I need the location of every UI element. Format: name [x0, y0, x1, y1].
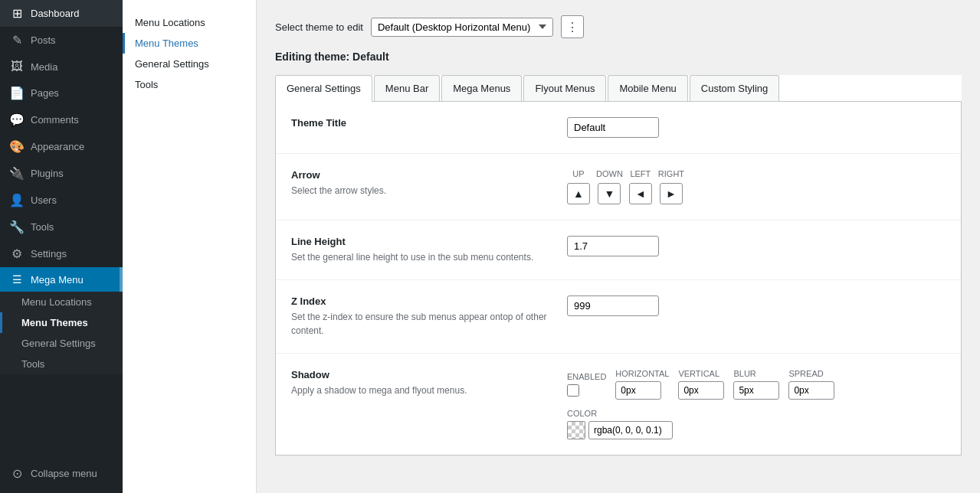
sidebar-sub-menu-themes[interactable]: Menu Themes	[0, 312, 123, 333]
arrow-left-button[interactable]: ◄	[629, 183, 652, 204]
arrow-controls: UP ▲ DOWN ▼ LEFT ◄ RIGHT	[567, 169, 946, 204]
setting-row-arrow: Arrow Select the arrow styles. UP ▲ DOWN…	[276, 154, 961, 220]
sub-nav-general-settings[interactable]: General Settings	[123, 54, 256, 74]
sidebar-item-media[interactable]: 🖼 Media	[0, 54, 123, 80]
sidebar-sub-tools[interactable]: Tools	[0, 354, 123, 374]
collapse-menu-label: Collapse menu	[31, 468, 97, 479]
tab-custom-styling[interactable]: Custom Styling	[690, 75, 779, 101]
shadow-color-text-input[interactable]	[588, 421, 673, 439]
arrow-down-button[interactable]: ▼	[598, 183, 621, 204]
sidebar-sub-general-settings[interactable]: General Settings	[0, 333, 123, 354]
theme-title-input[interactable]	[567, 117, 659, 138]
sidebar-item-users[interactable]: 👤 Users	[0, 187, 123, 214]
shadow-label-col: Shadow Apply a shadow to mega and flyout…	[291, 369, 552, 397]
sidebar-sub-menu-locations[interactable]: Menu Locations	[0, 292, 123, 312]
sidebar-item-pages[interactable]: 📄 Pages	[0, 80, 123, 106]
tab-mega-menus[interactable]: Mega Menus	[441, 75, 522, 101]
shadow-label: Shadow	[291, 369, 552, 380]
sidebar-item-label: Mega Menu	[31, 274, 84, 286]
shadow-color-input-row	[567, 421, 673, 439]
sidebar-item-comments[interactable]: 💬 Comments	[0, 106, 123, 133]
theme-select[interactable]: Default (Desktop Horizontal Menu)	[371, 18, 553, 37]
sidebar-item-plugins[interactable]: 🔌 Plugins	[0, 160, 123, 187]
sidebar-item-tools[interactable]: 🔧 Tools	[0, 214, 123, 240]
sidebar-item-settings[interactable]: ⚙ Settings	[0, 240, 123, 267]
shadow-spread-label: SPREAD	[788, 369, 834, 378]
tab-general-settings[interactable]: General Settings	[275, 75, 372, 102]
shadow-blur-label: BLUR	[733, 369, 779, 378]
shadow-color-group: COLOR	[567, 409, 673, 439]
sub-navigation: Menu Locations Menu Themes General Setti…	[123, 0, 257, 493]
shadow-enabled-checkbox[interactable]	[567, 384, 579, 397]
sidebar-item-label: Settings	[31, 248, 67, 260]
tab-menu-bar[interactable]: Menu Bar	[374, 75, 440, 101]
shadow-enabled-label: ENABLED	[567, 372, 606, 381]
line-height-label: Line Height	[291, 236, 552, 247]
shadow-fields: ENABLED HORIZONTAL VERTICAL BLUR	[567, 369, 946, 439]
sidebar-item-posts[interactable]: ✎ Posts	[0, 27, 123, 54]
sub-nav-tools[interactable]: Tools	[123, 74, 256, 95]
arrow-group-down: DOWN ▼	[596, 169, 623, 204]
admin-sidebar: ⊞ Dashboard ✎ Posts 🖼 Media 📄 Pages 💬 Co…	[0, 0, 123, 493]
sidebar-item-label: Comments	[31, 114, 79, 126]
sub-nav-menu-themes[interactable]: Menu Themes	[123, 33, 256, 54]
shadow-vertical-input[interactable]	[678, 381, 724, 400]
main-area: Menu Locations Menu Themes General Setti…	[123, 0, 980, 493]
theme-title-control	[567, 117, 946, 138]
setting-row-line-height: Line Height Set the general line height …	[276, 220, 961, 280]
sidebar-item-label: Posts	[31, 34, 56, 46]
z-index-control	[567, 295, 946, 316]
tab-flyout-menus[interactable]: Flyout Menus	[523, 75, 606, 101]
media-icon: 🖼	[9, 60, 25, 73]
shadow-enabled-group: ENABLED	[567, 372, 606, 397]
sidebar-item-label: Appearance	[31, 141, 84, 152]
arrow-group-right: RIGHT ►	[658, 169, 684, 204]
tab-mobile-menu[interactable]: Mobile Menu	[608, 75, 687, 101]
line-height-input[interactable]	[567, 236, 659, 256]
shadow-controls: ENABLED HORIZONTAL VERTICAL BLUR	[567, 369, 946, 439]
arrow-right-label: RIGHT	[658, 169, 684, 178]
sub-nav-menu-locations[interactable]: Menu Locations	[123, 12, 256, 33]
comments-icon: 💬	[9, 113, 25, 127]
sidebar-item-label: Plugins	[31, 168, 64, 179]
arrow-up-button[interactable]: ▲	[567, 183, 590, 204]
sidebar-item-label: Media	[31, 61, 57, 73]
tools-icon: 🔧	[9, 220, 25, 234]
theme-options-button[interactable]: ⋮	[561, 15, 584, 38]
z-index-desc: Set the z-index to ensure the sub menus …	[291, 310, 552, 338]
shadow-horizontal-group: HORIZONTAL	[615, 369, 669, 400]
sidebar-item-mega-menu[interactable]: ☰ Mega Menu	[0, 267, 123, 292]
shadow-horizontal-input[interactable]	[615, 381, 661, 400]
shadow-color-swatch[interactable]	[567, 421, 585, 439]
setting-row-shadow: Shadow Apply a shadow to mega and flyout…	[276, 354, 961, 455]
sidebar-item-dashboard[interactable]: ⊞ Dashboard	[0, 0, 123, 27]
settings-area: Theme Title Arrow Select the arrow style…	[275, 102, 962, 455]
arrow-left-label: LEFT	[630, 169, 651, 178]
shadow-blur-input[interactable]	[733, 381, 779, 400]
shadow-blur-group: BLUR	[733, 369, 779, 400]
select-theme-label: Select theme to edit	[275, 21, 363, 33]
posts-icon: ✎	[9, 33, 25, 47]
sidebar-item-appearance[interactable]: 🎨 Appearance	[0, 133, 123, 160]
shadow-horizontal-label: HORIZONTAL	[615, 369, 669, 378]
mega-menu-icon: ☰	[9, 273, 25, 286]
z-index-input[interactable]	[567, 295, 659, 316]
line-height-control	[567, 236, 946, 256]
collapse-menu-button[interactable]: ⊙ Collapse menu	[0, 460, 123, 487]
z-index-label: Z Index	[291, 295, 552, 307]
sidebar-item-label: Pages	[31, 87, 59, 99]
sub-general-settings-label: General Settings	[21, 338, 96, 349]
settings-icon: ⚙	[9, 246, 25, 261]
sub-menu-locations-label: Menu Locations	[21, 296, 92, 308]
arrow-label-col: Arrow Select the arrow styles.	[291, 169, 552, 198]
content-area: Select theme to edit Default (Desktop Ho…	[257, 0, 980, 493]
users-icon: 👤	[9, 193, 25, 207]
line-height-desc: Set the general line height to use in th…	[291, 250, 552, 264]
setting-row-z-index: Z Index Set the z-index to ensure the su…	[276, 280, 961, 354]
shadow-color-label: COLOR	[567, 409, 673, 418]
shadow-spread-input[interactable]	[788, 381, 834, 400]
shadow-vertical-group: VERTICAL	[678, 369, 724, 400]
theme-title-label-col: Theme Title	[291, 117, 552, 132]
arrow-right-button[interactable]: ►	[660, 183, 683, 204]
arrow-down-label: DOWN	[596, 169, 623, 178]
